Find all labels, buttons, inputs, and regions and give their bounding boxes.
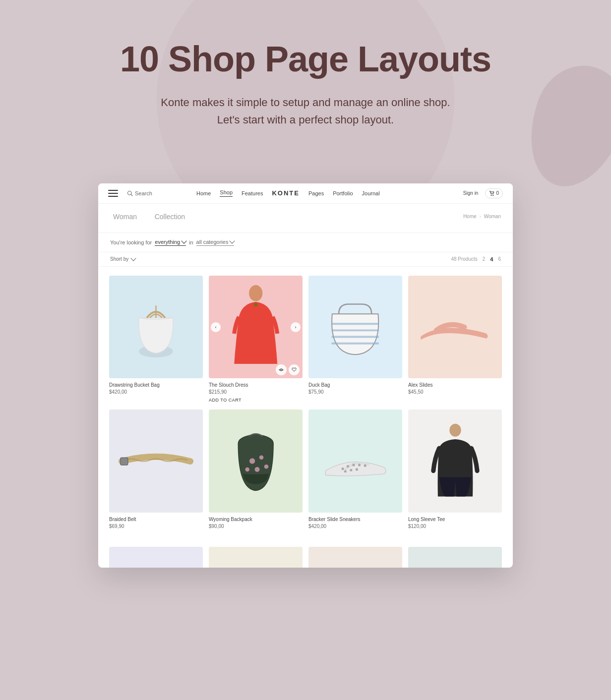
quick-view-button[interactable]: [276, 364, 287, 375]
collection-title: Woman Collection: [110, 213, 188, 221]
svg-point-21: [352, 464, 355, 467]
product-image: ‹ ›: [209, 276, 303, 379]
belt-illustration: [119, 441, 193, 482]
product-card: [106, 544, 206, 568]
product-card[interactable]: Wyoming Backpack $90,00: [206, 407, 306, 532]
nav-journal[interactable]: Journal: [362, 190, 380, 196]
svg-rect-13: [121, 458, 128, 465]
hero-subtitle: Konte makes it simple to setup and manag…: [10, 94, 601, 128]
product-image: [308, 276, 402, 379]
sort-chevron-icon: [131, 255, 136, 261]
nav-portfolio[interactable]: Portfolio: [333, 190, 353, 196]
nav-logo: KONTE: [272, 189, 300, 197]
product-price: $420,00: [109, 389, 203, 395]
product-name: Drawstring Bucket Bag: [109, 382, 203, 388]
chevron-down-icon: [230, 238, 235, 243]
product-card[interactable]: Bracker Slide Sneakers $420,00: [306, 407, 405, 532]
chevron-down-icon: [181, 238, 186, 243]
backpack-illustration: [228, 422, 284, 500]
product-name: Braided Belt: [109, 517, 203, 522]
add-to-cart-button[interactable]: ADD TO CART: [209, 398, 242, 403]
product-card[interactable]: Drawstring Bucket Bag $420,00: [106, 273, 206, 407]
tote-illustration: [322, 291, 388, 363]
product-price: $215,90: [209, 389, 303, 395]
svg-point-16: [254, 467, 259, 472]
everything-filter[interactable]: everything: [155, 239, 186, 246]
product-image: [308, 409, 402, 513]
carousel-next-button[interactable]: ›: [291, 322, 301, 332]
svg-point-26: [356, 468, 358, 471]
svg-point-15: [259, 456, 264, 460]
breadcrumb-home[interactable]: Home: [463, 214, 477, 219]
search-label: Search: [135, 190, 152, 196]
in-text: in: [189, 239, 193, 245]
nav-pages[interactable]: Pages: [308, 190, 324, 196]
signin-button[interactable]: Sign in: [463, 190, 479, 196]
product-grid: Drawstring Bucket Bag $420,00 ‹: [98, 267, 513, 538]
svg-point-7: [253, 303, 257, 307]
svg-point-24: [344, 470, 346, 472]
svg-point-25: [350, 469, 352, 471]
product-card[interactable]: ‹ › The Slouch Dress: [206, 273, 306, 407]
sort-right: 48 Products 2 4 6: [451, 256, 501, 262]
product-name: Duck Bag: [308, 382, 402, 388]
product-name: Wyoming Backpack: [209, 517, 303, 522]
search-button[interactable]: Search: [127, 190, 152, 196]
product-name: Long Sleeve Tee: [408, 517, 502, 522]
svg-point-2: [491, 194, 492, 195]
shop-header: Woman Collection Home › Woman: [98, 204, 513, 233]
looking-for-text: You're looking for: [110, 239, 152, 245]
hero-title: 10 Shop Page Layouts: [10, 40, 601, 79]
model-illustration: [429, 420, 481, 502]
shop-header-top: Woman Collection Home › Woman: [110, 213, 501, 221]
cart-count: 0: [496, 190, 499, 196]
svg-point-18: [264, 465, 269, 469]
product-card: [206, 544, 306, 568]
svg-line-1: [131, 194, 132, 196]
sort-by-label: Short by: [110, 256, 128, 262]
svg-point-22: [358, 464, 361, 467]
slide-illustration: [418, 301, 492, 353]
sort-left: Short by: [110, 256, 135, 262]
grid-4-button[interactable]: 4: [490, 256, 493, 262]
sneaker-illustration: [320, 433, 391, 489]
hero-section: 10 Shop Page Layouts Konte makes it simp…: [0, 0, 611, 159]
svg-point-0: [128, 191, 132, 195]
search-icon: [127, 190, 133, 196]
grid-6-button[interactable]: 6: [498, 256, 501, 262]
product-card: [306, 544, 405, 568]
wishlist-button[interactable]: [289, 364, 300, 375]
product-actions: [276, 364, 300, 375]
hamburger-menu[interactable]: [108, 190, 118, 197]
svg-point-19: [341, 467, 344, 470]
svg-point-6: [249, 285, 262, 301]
sort-bar: Short by 48 Products 2 4 6: [98, 252, 513, 267]
product-card[interactable]: Braided Belt $69,90: [106, 407, 206, 532]
svg-point-14: [249, 459, 255, 464]
product-card[interactable]: Long Sleeve Tee $120,00: [405, 407, 505, 532]
nav-home[interactable]: Home: [196, 190, 211, 196]
nav-shop[interactable]: Shop: [220, 189, 233, 197]
filter-row: You're looking for everything in all cat…: [98, 233, 513, 252]
product-image: [408, 276, 502, 379]
categories-filter[interactable]: all categories: [196, 239, 235, 246]
bag-illustration: [125, 293, 186, 360]
product-card[interactable]: Duck Bag $75,90: [306, 273, 405, 407]
product-name: The Slouch Dress: [209, 382, 303, 388]
nav-features[interactable]: Features: [242, 190, 263, 196]
product-name: Alex Slides: [408, 382, 502, 388]
product-card[interactable]: Alex Slides $45,50: [405, 273, 505, 407]
grid-2-button[interactable]: 2: [483, 256, 486, 262]
svg-point-27: [449, 424, 461, 437]
carousel-prev-button[interactable]: ‹: [211, 322, 221, 332]
product-image: [109, 409, 203, 513]
product-card: [405, 544, 505, 568]
svg-point-17: [245, 467, 249, 472]
svg-point-20: [346, 465, 349, 467]
product-price: $120,00: [408, 524, 502, 529]
cart-button[interactable]: 0: [485, 188, 503, 198]
svg-point-3: [493, 194, 494, 195]
product-price: $45,50: [408, 389, 502, 395]
breadcrumb-current: Woman: [484, 214, 501, 219]
product-image: [209, 409, 303, 513]
